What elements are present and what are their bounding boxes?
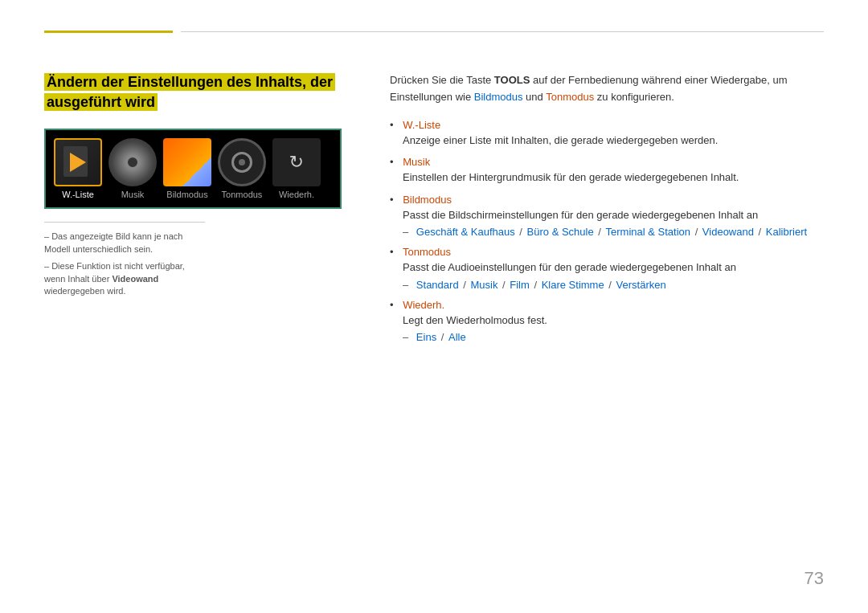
bullet-list: W.-Liste Anzeige einer Liste mit Inhalte… [390,119,824,344]
link-videowand[interactable]: Videowand [702,226,754,238]
sep7: / [531,279,540,291]
top-decorative-lines [44,31,824,33]
footnote-1: – Das angezeigte Bild kann je nach Model… [44,231,205,255]
bildmodus-link[interactable]: Bildmodus [474,91,523,103]
sep3: / [692,226,701,238]
link-film[interactable]: Film [510,279,530,291]
section-title-line1: Ändern der Einstellungen des Inhalts, de… [44,73,335,91]
screenshot-box: W.-Liste Musik Bildmodus Tonmodus [44,129,342,209]
wiederh-label: Wiederh. [279,190,314,199]
yellow-line [44,31,173,33]
page-number: 73 [805,568,824,589]
content-area: Ändern der Einstellungen des Inhalts, de… [44,72,824,351]
intro-end: zu konfigurieren. [594,91,674,103]
bullet-title-tonmodus: Tonmodus [403,246,451,258]
bullet-item-tonmodus: Tonmodus Passt die Audioeinstellungen fü… [390,246,824,291]
sep5: / [461,279,469,291]
link-verstaerken[interactable]: Verstärken [616,279,666,291]
tonmodus-icon [218,138,266,186]
section-title-wrapper: Ändern der Einstellungen des Inhalts, de… [44,72,358,112]
tonmodus-sub-options: Standard / Musik / Film / Klare Stimme /… [403,279,824,291]
menu-item-bildmodus[interactable]: Bildmodus [163,138,211,199]
tonmodus-link[interactable]: Tonmodus [546,91,594,103]
link-eins[interactable]: Eins [416,331,436,343]
repeat-symbol: ↺ [289,152,304,173]
bullet-desc-wiederh: Legt den Wiederholmodus fest. [403,313,824,329]
link-buero[interactable]: Büro & Schule [527,226,594,238]
bullet-item-bildmodus: Bildmodus Passt die Bildschirmeinstellun… [390,194,824,239]
link-musik2[interactable]: Musik [470,279,497,291]
sep4: / [755,226,764,238]
bullet-desc-musik: Einstellen der Hintergrundmusik für den … [403,170,824,186]
wliste-icon [54,138,102,186]
bullet-item-musik: Musik Einstellen der Hintergrundmusik fü… [390,156,824,186]
link-terminal[interactable]: Terminal & Station [606,226,691,238]
menu-item-wliste[interactable]: W.-Liste [54,138,102,199]
wliste-label: W.-Liste [62,190,94,199]
section-title-line2: ausgeführt wird [44,93,158,111]
link-geschaeft[interactable]: Geschäft & Kaufhaus [416,226,515,238]
wiederh-sub-options: Eins / Alle [403,331,824,343]
link-klare-stimme[interactable]: Klare Stimme [542,279,604,291]
musik-icon [108,138,157,186]
play-triangle [70,153,86,172]
tonmodus-label: Tonmodus [222,190,263,199]
bullet-desc-bildmodus: Passt die Bildschirmeinstellungen für de… [403,207,824,223]
bildmodus-sub-options: Geschäft & Kaufhaus / Büro & Schule / Te… [403,226,824,238]
bullet-item-wiederh: Wiederh. Legt den Wiederholmodus fest. E… [390,299,824,344]
sep2: / [596,226,604,238]
left-column: Ändern der Einstellungen des Inhalts, de… [44,72,358,351]
tools-bold: TOOLS [494,74,530,86]
sep1: / [517,226,526,238]
bullet-item-wliste: W.-Liste Anzeige einer Liste mit Inhalte… [390,119,824,149]
sep6: / [499,279,508,291]
bullet-title-musik: Musik [403,156,430,168]
sep8: / [606,279,615,291]
wiederh-icon: ↺ [272,138,321,186]
gray-line [181,31,824,32]
link-alle[interactable]: Alle [448,331,466,343]
bildmodus-label: Bildmodus [166,190,207,199]
page-container: Ändern der Einstellungen des Inhalts, de… [0,0,868,613]
bildmodus-icon [163,138,211,186]
intro-und: und [523,91,547,103]
menu-item-musik[interactable]: Musik [108,138,157,199]
link-kalibriert[interactable]: Kalibriert [766,226,807,238]
footnote-bold-videowand: Videowand [112,274,158,284]
footnotes: – Das angezeigte Bild kann je nach Model… [44,222,205,297]
bullet-title-bildmodus: Bildmodus [403,194,452,206]
intro-text: Drücken Sie die Taste TOOLS auf der Fern… [390,72,824,106]
sep9: / [438,331,447,343]
bullet-title-wiederh: Wiederh. [403,299,444,311]
footnote-2: – Diese Funktion ist nicht verfügbar, we… [44,260,205,297]
link-standard[interactable]: Standard [416,279,459,291]
bullet-desc-wliste: Anzeige einer Liste mit Inhalten, die ge… [403,133,824,149]
menu-item-wiederh[interactable]: ↺ Wiederh. [272,138,321,199]
intro-before-tools: Drücken Sie die Taste [390,74,494,86]
bullet-title-wliste: W.-Liste [403,119,440,131]
bullet-desc-tonmodus: Passt die Audioeinstellungen für den ger… [403,260,824,276]
right-column: Drücken Sie die Taste TOOLS auf der Fern… [390,72,824,351]
musik-label: Musik [121,190,145,199]
menu-item-tonmodus[interactable]: Tonmodus [218,138,266,199]
